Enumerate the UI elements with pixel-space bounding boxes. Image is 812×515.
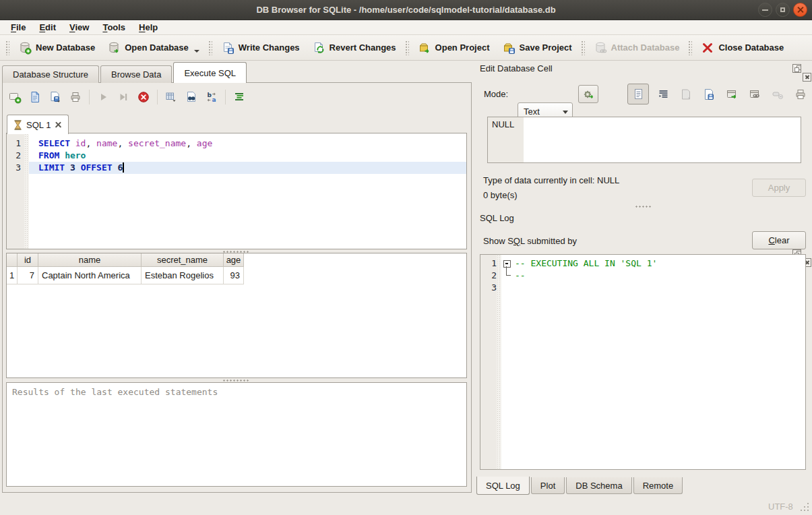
cell[interactable]: 93 xyxy=(224,267,244,284)
copy-link-button[interactable] xyxy=(746,86,763,103)
print-cell-button[interactable] xyxy=(792,86,809,103)
dock-tabbar: SQL LogPlotDB SchemaRemote xyxy=(476,477,683,495)
toolbar-handle[interactable] xyxy=(688,40,692,55)
toolbar-handle[interactable] xyxy=(581,40,585,55)
results-table[interactable]: idnamesecret_nameage17Captain North Amer… xyxy=(6,253,467,378)
revert-changes-button[interactable]: Revert Changes xyxy=(306,39,402,57)
close-panel-button[interactable] xyxy=(803,73,811,82)
execute-line-button[interactable] xyxy=(115,88,132,106)
stop-execution-button[interactable] xyxy=(135,88,152,106)
editor-line-numbers: 123 xyxy=(7,133,24,249)
sql-log-view[interactable]: 123 -- EXECUTING ALL IN 'SQL 1'-- xyxy=(480,254,806,470)
save-project-label: Save Project xyxy=(520,42,572,53)
close-button[interactable] xyxy=(793,3,807,17)
execute-all-button[interactable] xyxy=(94,88,112,106)
cell[interactable]: 7 xyxy=(18,267,38,284)
word-wrap-button[interactable] xyxy=(654,86,672,103)
set-null-button[interactable] xyxy=(769,86,786,103)
apply-button[interactable]: Apply xyxy=(752,179,806,197)
row-number[interactable]: 1 xyxy=(7,267,18,284)
menu-item-tools[interactable]: Tools xyxy=(96,21,132,34)
save-sql-file-button[interactable] xyxy=(46,88,64,106)
menu-item-file[interactable]: File xyxy=(4,21,32,34)
menu-item-edit[interactable]: Edit xyxy=(32,21,63,34)
auto-apply-button[interactable] xyxy=(578,85,598,103)
toolbar-separator xyxy=(89,90,90,104)
edit-cell-title: Edit Database Cell xyxy=(480,63,553,73)
column-header-age[interactable]: age xyxy=(224,253,244,267)
save-project-button[interactable]: Save Project xyxy=(496,39,578,57)
clear-log-button[interactable]: Clear xyxy=(752,231,806,249)
cell[interactable]: Esteban Rogelios xyxy=(142,267,224,284)
chevron-down-icon[interactable] xyxy=(194,50,199,53)
column-header-id[interactable]: id xyxy=(18,253,38,267)
close-icon xyxy=(805,75,809,80)
toolbar-handle[interactable] xyxy=(5,40,9,55)
menu-item-help[interactable]: Help xyxy=(132,21,164,34)
table-row: 17Captain North AmericaEsteban Rogelios9… xyxy=(7,267,466,284)
open-database-button[interactable]: Open Database xyxy=(101,39,206,57)
dock-tab-remote[interactable]: Remote xyxy=(633,477,683,494)
column-header-secret-name[interactable]: secret_name xyxy=(142,253,224,267)
float-panel-button[interactable] xyxy=(792,64,801,73)
column-header-name[interactable]: name xyxy=(38,253,142,267)
tab-execute-sql[interactable]: Execute SQL xyxy=(173,62,247,83)
sql-token: , xyxy=(117,138,128,148)
mode-value: Text xyxy=(524,107,540,117)
toolbar-handle[interactable] xyxy=(208,40,212,55)
close-sql-tab-icon[interactable] xyxy=(55,121,62,129)
export-results-button[interactable] xyxy=(162,88,180,106)
new-sql-tab-button[interactable] xyxy=(6,88,24,106)
find-replace-button[interactable]: b a xyxy=(203,88,220,106)
resize-grip[interactable] xyxy=(801,503,810,512)
new-database-button[interactable]: New Database xyxy=(12,39,101,57)
open-project-button[interactable]: Open Project xyxy=(412,39,496,57)
dock-tab-sql-log[interactable]: SQL Log xyxy=(476,477,530,495)
titlebar[interactable]: DB Browser for SQLite - /home/user/code/… xyxy=(0,0,812,20)
clear-label: Clear xyxy=(768,235,789,245)
toolbar-handle[interactable] xyxy=(405,40,409,55)
close-database-button[interactable]: Close Database xyxy=(695,39,790,57)
minimize-button[interactable] xyxy=(758,3,772,17)
sql-log-line: -- EXECUTING ALL IN 'SQL 1' xyxy=(501,258,805,270)
write-changes-label: Write Changes xyxy=(239,42,300,53)
open-external-button[interactable] xyxy=(723,86,741,103)
sql-token: 3 xyxy=(70,162,75,173)
cell[interactable]: Captain North America xyxy=(38,267,142,284)
table-corner[interactable] xyxy=(7,253,18,267)
splitter-handle[interactable] xyxy=(635,205,652,208)
attach-database-button[interactable]: Attach Database xyxy=(588,39,686,57)
dock-tab-plot[interactable]: Plot xyxy=(531,477,565,494)
save-project-icon xyxy=(502,41,516,55)
set-null-icon xyxy=(772,88,784,100)
sql-editor[interactable]: 123 SELECT id, name, secret_name, ageFRO… xyxy=(6,133,467,249)
tab-browse-data[interactable]: Browse Data xyxy=(100,65,172,83)
import-data-button[interactable] xyxy=(677,86,695,103)
mode-label: Mode: xyxy=(484,89,508,99)
cell-value-editor[interactable]: NULL xyxy=(487,117,801,163)
format-sql-button[interactable] xyxy=(230,88,248,106)
menu-item-view[interactable]: View xyxy=(63,21,96,34)
find-icon xyxy=(185,90,198,104)
editor-content[interactable]: SELECT id, name, secret_name, ageFROM he… xyxy=(29,133,466,249)
results-log[interactable]: Results of the last executed statements xyxy=(6,382,467,487)
open-database-label: Open Database xyxy=(125,42,189,53)
sql-token: OFFSET xyxy=(81,162,118,173)
sql-token: id xyxy=(75,138,86,148)
maximize-button[interactable] xyxy=(776,3,790,17)
float-icon xyxy=(794,67,799,72)
main-tabbar: Database StructureBrowse DataExecute SQL xyxy=(2,63,248,83)
dock-tab-db-schema[interactable]: DB Schema xyxy=(566,477,631,494)
tab-database-structure[interactable]: Database Structure xyxy=(2,65,99,83)
export-data-button[interactable] xyxy=(700,86,718,103)
find-button[interactable] xyxy=(183,88,200,106)
text-mode-button[interactable] xyxy=(627,84,649,104)
print-sql-button[interactable] xyxy=(67,88,84,106)
toolbar-separator xyxy=(225,90,226,104)
sql-token: age xyxy=(197,138,212,148)
new-database-icon xyxy=(18,41,32,55)
open-sql-file-button[interactable] xyxy=(26,88,44,106)
write-changes-button[interactable]: Write Changes xyxy=(215,39,306,57)
sql-editor-tab[interactable]: SQL 1 xyxy=(7,115,69,134)
write-changes-icon xyxy=(221,41,235,55)
